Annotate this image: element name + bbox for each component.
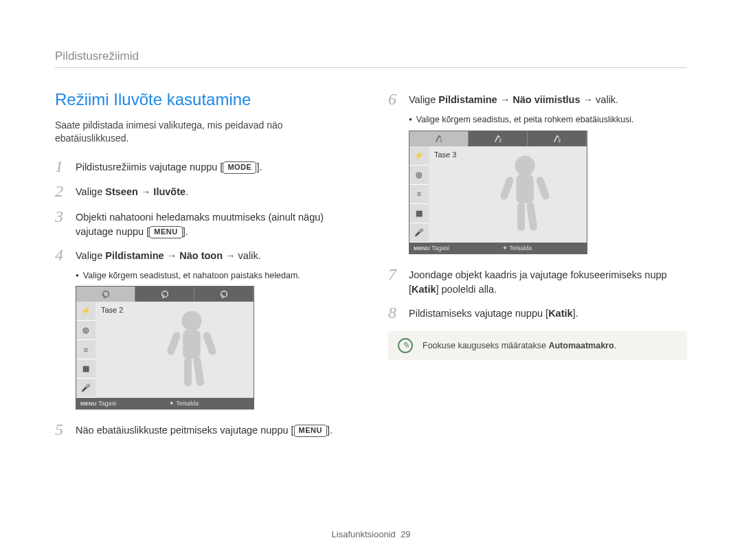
note-icon: ✎ bbox=[398, 338, 413, 353]
flash-icon: ⚡ bbox=[76, 302, 95, 321]
step-6-bullet: Valige kõrgem seadistus, et peita rohkem… bbox=[409, 115, 687, 124]
target-icon: ◎ bbox=[76, 321, 95, 340]
right-column: 6 Valige Pildistamine → Näo viimistlus →… bbox=[388, 90, 687, 446]
note-text: Fookuse kauguseks määratakse bbox=[423, 341, 548, 350]
level-label: Tase 2 bbox=[101, 306, 123, 314]
step-text: ] pooleldi alla. bbox=[436, 284, 497, 295]
step-2: 2 Valige Stseen → Iluvõte. bbox=[55, 182, 354, 200]
page-footer: Lisafunktsioonid 29 bbox=[0, 529, 742, 539]
step-bold: Katik bbox=[412, 284, 436, 295]
camera-screen-1: 1 2 3 ⚡ ◎ ≡ ▦ 🎤 Tase 2 MENU Tagasi ✦ bbox=[76, 286, 254, 410]
step-bold: Pildistamine → Näo viimistlus bbox=[438, 94, 580, 105]
step-text: Valige bbox=[409, 94, 438, 105]
svg-rect-11 bbox=[193, 357, 205, 387]
step-text: → valik. bbox=[581, 94, 619, 105]
svg-point-15 bbox=[515, 155, 535, 175]
svg-rect-7 bbox=[183, 330, 201, 359]
step-text: ]. bbox=[183, 226, 188, 237]
note-text: . bbox=[614, 341, 616, 350]
move-label: Teisalda bbox=[509, 245, 532, 251]
retouch-icon-3: 3 bbox=[528, 131, 587, 146]
step-text: ]. bbox=[256, 161, 262, 172]
step-text: Valige bbox=[76, 250, 105, 261]
svg-rect-16 bbox=[516, 175, 534, 203]
step-4: 4 Valige Pildistamine → Näo toon → valik… bbox=[55, 246, 354, 264]
step-number: 7 bbox=[388, 265, 409, 297]
step-text: Objekti nahatooni heledamaks muutmiseks … bbox=[76, 212, 324, 237]
screen-top-bar: 1 2 3 bbox=[409, 131, 587, 146]
svg-rect-10 bbox=[184, 358, 192, 387]
step-1: 1 Pildistusrežiimis vajutage nuppu [MODE… bbox=[55, 157, 354, 175]
note-box: ✎ Fookuse kauguseks määratakse Automaatm… bbox=[388, 331, 687, 360]
voice-icon: 🎤 bbox=[409, 223, 429, 243]
step-text: ]. bbox=[573, 308, 578, 319]
step-7: 7 Joondage objekt kaadris ja vajutage fo… bbox=[388, 265, 687, 297]
retouch-icon-2: 2 bbox=[469, 131, 528, 146]
step-text: Näo ebatäiuslikkuste peitmiseks vajutage… bbox=[76, 425, 294, 436]
page-title: Režiimi Iluvõte kasutamine bbox=[55, 90, 354, 109]
svg-rect-20 bbox=[526, 201, 538, 231]
menu-icon: MENU bbox=[294, 425, 327, 437]
step-text: → valik. bbox=[223, 250, 261, 261]
camera-screen-2: 1 2 3 ⚡ ◎ ≡ ▦ 🎤 Tase 3 MENU Tagasi ✦ bbox=[409, 131, 587, 254]
step-text: ]. bbox=[327, 425, 333, 436]
ev-icon: ▦ bbox=[409, 204, 429, 223]
person-silhouette bbox=[484, 152, 566, 240]
voice-icon: 🎤 bbox=[76, 379, 95, 398]
svg-point-6 bbox=[181, 311, 201, 331]
step-number: 2 bbox=[55, 182, 76, 200]
svg-text:3: 3 bbox=[221, 295, 223, 300]
target-icon: ◎ bbox=[409, 166, 429, 185]
back-label: Tagasi bbox=[98, 400, 116, 407]
svg-text:3: 3 bbox=[557, 138, 560, 143]
menu-label: MENU bbox=[80, 401, 97, 407]
svg-rect-17 bbox=[499, 175, 515, 200]
step-text: Pildistamiseks vajutage nuppu [ bbox=[409, 308, 548, 319]
screen-bottom-bar: MENU Tagasi ✦ Teisalda bbox=[76, 398, 254, 409]
face-icon-2: 2 bbox=[135, 287, 194, 302]
step-number: 8 bbox=[388, 304, 409, 322]
svg-rect-19 bbox=[517, 202, 525, 231]
screen-sidebar: ⚡ ◎ ≡ ▦ 🎤 bbox=[409, 146, 429, 243]
step-number: 4 bbox=[55, 246, 76, 264]
note-bold: Automaatmakro bbox=[548, 341, 614, 350]
bars-icon: ≡ bbox=[76, 340, 95, 359]
screen-bottom-bar: MENU Tagasi ✦ Teisalda bbox=[409, 243, 587, 254]
mode-icon: MODE bbox=[223, 161, 256, 174]
screen-top-bar: 1 2 3 bbox=[76, 287, 254, 302]
level-label: Tase 3 bbox=[434, 150, 456, 159]
svg-rect-8 bbox=[166, 331, 181, 356]
step-4-bullet: Valige kõrgem seadistust, et nahatoon pa… bbox=[76, 271, 354, 280]
flash-icon: ⚡ bbox=[409, 146, 429, 166]
step-number: 5 bbox=[55, 421, 76, 438]
screen-sidebar: ⚡ ◎ ≡ ▦ 🎤 bbox=[76, 302, 95, 398]
retouch-icon-1: 1 bbox=[409, 131, 469, 146]
step-text: Pildistusrežiimis vajutage nuppu [ bbox=[76, 161, 223, 172]
step-number: 1 bbox=[55, 157, 76, 175]
menu-label: MENU bbox=[414, 245, 430, 251]
step-8: 8 Pildistamiseks vajutage nuppu [Katik]. bbox=[388, 304, 687, 322]
step-bold: Pildistamine → Näo toon bbox=[105, 250, 223, 261]
ev-icon: ▦ bbox=[76, 359, 95, 379]
step-3: 3 Objekti nahatooni heledamaks muutmisek… bbox=[55, 208, 354, 239]
step-5: 5 Näo ebatäiuslikkuste peitmiseks vajuta… bbox=[55, 421, 354, 438]
step-bold: Katik bbox=[548, 308, 572, 319]
menu-icon: MENU bbox=[149, 226, 182, 238]
svg-rect-9 bbox=[202, 331, 217, 356]
person-silhouette bbox=[150, 307, 233, 395]
footer-page: 29 bbox=[401, 529, 410, 539]
face-icon-1: 1 bbox=[76, 287, 135, 302]
step-6: 6 Valige Pildistamine → Näo viimistlus →… bbox=[388, 90, 687, 108]
footer-section: Lisafunktsioonid bbox=[332, 529, 396, 539]
svg-text:2: 2 bbox=[161, 295, 164, 300]
intro-text: Saate pildistada inimesi valikutega, mis… bbox=[55, 119, 354, 145]
step-number: 6 bbox=[388, 90, 409, 108]
step-text: Valige bbox=[76, 186, 105, 197]
move-label: Teisalda bbox=[176, 400, 199, 407]
breadcrumb: Pildistusrežiimid bbox=[55, 49, 687, 68]
step-number: 3 bbox=[55, 208, 76, 239]
left-column: Režiimi Iluvõte kasutamine Saate pildist… bbox=[55, 90, 354, 446]
step-bold: Stseen → Iluvõte bbox=[105, 186, 186, 197]
svg-text:1: 1 bbox=[102, 295, 105, 300]
svg-text:2: 2 bbox=[498, 138, 501, 143]
